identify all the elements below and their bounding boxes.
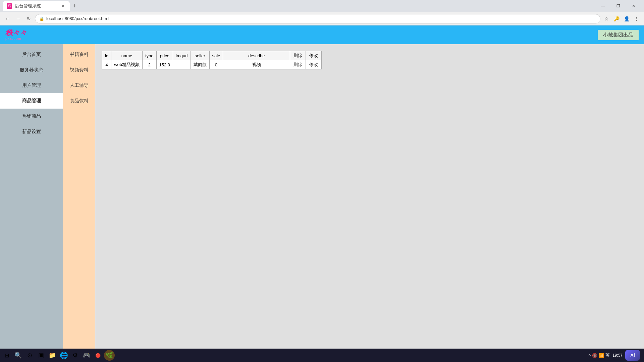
browser-tab[interactable]: 后 后台管理系统 ✕ xyxy=(3,1,70,11)
main-layout: 后台首页 服务器状态 用户管理 商品管理 热销商品 新品设置 书籍资料 视频资料… xyxy=(0,44,644,349)
second-sidebar-item-books[interactable]: 书籍资料 xyxy=(63,47,95,62)
address-bar[interactable]: 🔒 localhost:8080/pxx/root/root.html xyxy=(35,14,600,23)
col-describe: describe xyxy=(223,51,290,60)
back-button[interactable]: ← xyxy=(3,14,12,23)
cell-type: 2 xyxy=(142,60,156,69)
second-sidebar-item-tutoring[interactable]: 人工辅导 xyxy=(63,78,95,93)
taskbar-right: ^ 🔇 📶 英 19:57 Ai xyxy=(589,350,643,361)
edge-button[interactable]: 🌐 xyxy=(58,350,69,361)
search-taskbar-button[interactable]: 🔍 xyxy=(13,350,23,361)
edit-button[interactable]: 修改 xyxy=(309,62,319,68)
window-controls: — ❐ ✕ xyxy=(595,0,641,12)
sidebar-item-new[interactable]: 新品设置 xyxy=(0,124,63,139)
col-sale: sale xyxy=(209,51,223,60)
app1-button[interactable]: 🔴 xyxy=(93,350,103,361)
widgets-button[interactable]: ▣ xyxy=(36,350,46,361)
chevron-icon[interactable]: ^ xyxy=(589,353,591,358)
tab-title: 后台管理系统 xyxy=(15,3,41,9)
col-delete: 删除 xyxy=(290,51,306,60)
col-id: id xyxy=(102,51,111,60)
tray-icon-1: 🔇 xyxy=(592,353,597,358)
game-button[interactable]: 🎮 xyxy=(81,350,92,361)
tab-favicon: 后 xyxy=(7,3,12,9)
reload-button[interactable]: ↻ xyxy=(24,14,34,23)
app-container: 秩々々 pxx.com 小戴集团出品 后台首页 服务器状态 用户管理 商品管理 … xyxy=(0,25,644,349)
settings-taskbar-button[interactable]: ⚙ xyxy=(70,350,80,361)
file-explorer-button[interactable]: 📁 xyxy=(47,350,58,361)
cell-describe: 视频 xyxy=(223,60,290,69)
start-button[interactable]: ⊞ xyxy=(1,350,12,361)
cell-price: 152.0 xyxy=(156,60,173,69)
sidebar-item-users[interactable]: 用户管理 xyxy=(0,78,63,93)
cell-edit[interactable]: 修改 xyxy=(306,60,322,69)
ai-button[interactable]: Ai xyxy=(625,350,640,361)
col-edit: 修改 xyxy=(306,51,322,60)
close-button[interactable]: ✕ xyxy=(626,0,641,12)
minimize-button[interactable]: — xyxy=(595,0,610,12)
col-price: price xyxy=(156,51,173,60)
taskbar: ⊞ 🔍 ⊙ ▣ 📁 🌐 ⚙ 🎮 🔴 🌿 ^ 🔇 📶 英 19:57 Ai xyxy=(0,349,644,362)
title-bar: 后 后台管理系统 ✕ + — ❐ ✕ xyxy=(0,0,644,12)
sidebar-item-products[interactable]: 商品管理 xyxy=(0,93,63,109)
col-name: name xyxy=(111,51,143,60)
maximize-button[interactable]: ❐ xyxy=(610,0,626,12)
lock-icon: 🔒 xyxy=(39,16,44,21)
cell-id: 4 xyxy=(102,60,111,69)
header-brand: 小戴集团出品 xyxy=(598,30,639,40)
cell-delete[interactable]: 删除 xyxy=(290,60,306,69)
second-sidebar: 书籍资料 视频资料 人工辅导 食品饮料 xyxy=(63,44,95,349)
content-area: id name type price imgurl seller sale de… xyxy=(95,44,644,349)
forward-button[interactable]: → xyxy=(13,14,23,23)
profile-button[interactable]: 👤 xyxy=(622,14,631,23)
nav-bar: ← → ↻ 🔒 localhost:8080/pxx/root/root.htm… xyxy=(0,12,644,25)
system-tray: ^ 🔇 📶 英 xyxy=(589,352,610,358)
browser-window: 后 后台管理系统 ✕ + — ❐ ✕ ← → ↻ 🔒 localhost:808… xyxy=(0,0,644,362)
wifi-icon: 📶 xyxy=(599,353,604,358)
chrome-button[interactable]: 🌿 xyxy=(104,350,115,361)
sidebar-item-hot[interactable]: 热销商品 xyxy=(0,109,63,124)
logo: 秩々々 pxx.com xyxy=(5,29,26,41)
second-sidebar-item-videos[interactable]: 视频资料 xyxy=(63,62,95,78)
key-icon[interactable]: 🔑 xyxy=(612,14,621,23)
left-sidebar: 后台首页 服务器状态 用户管理 商品管理 热销商品 新品设置 xyxy=(0,44,63,349)
nav-right-icons: ☆ 🔑 👤 ⋮ xyxy=(602,14,641,23)
taskbar-clock[interactable]: 19:57 xyxy=(612,353,623,358)
task-view-button[interactable]: ⊙ xyxy=(24,350,35,361)
app-header: 秩々々 pxx.com 小戴集团出品 xyxy=(0,25,644,44)
bookmark-button[interactable]: ☆ xyxy=(602,14,611,23)
table-row: 4 web精品视频 2 152.0 戴雨航 0 视频 删除 修改 xyxy=(102,60,322,69)
col-seller: seller xyxy=(191,51,209,60)
second-sidebar-item-food[interactable]: 食品饮料 xyxy=(63,93,95,109)
new-tab-button[interactable]: + xyxy=(70,1,79,11)
more-menu-button[interactable]: ⋮ xyxy=(632,14,641,23)
delete-button[interactable]: 删除 xyxy=(293,62,303,68)
col-type: type xyxy=(142,51,156,60)
url-text: localhost:8080/pxx/root/root.html xyxy=(46,16,109,21)
sidebar-item-server[interactable]: 服务器状态 xyxy=(0,62,63,78)
col-imgurl: imgurl xyxy=(173,51,191,60)
products-table: id name type price imgurl seller sale de… xyxy=(102,51,322,69)
cell-sale: 0 xyxy=(209,60,223,69)
sidebar-item-dashboard[interactable]: 后台首页 xyxy=(0,47,63,62)
cell-imgurl xyxy=(173,60,191,69)
tab-close-button[interactable]: ✕ xyxy=(60,3,66,9)
lang-indicator: 英 xyxy=(605,352,610,358)
clock-time: 19:57 xyxy=(612,353,623,358)
logo-text: 秩々々 xyxy=(5,29,26,37)
cell-name: web精品视频 xyxy=(111,60,143,69)
logo-sub: pxx.com xyxy=(5,37,21,41)
cell-seller: 戴雨航 xyxy=(191,60,209,69)
